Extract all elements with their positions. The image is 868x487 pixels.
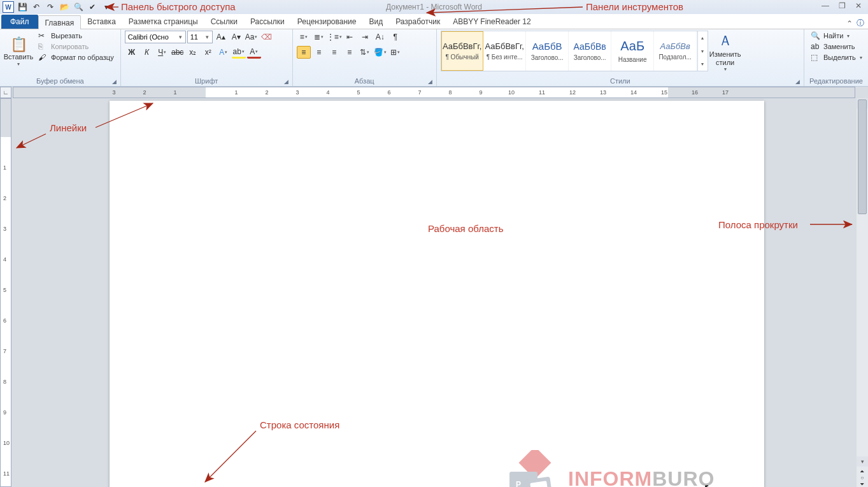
group-font: ▾ ▾ A▴ A▾ Aa▾ ⌫ Ж К Ч▾ abc x₂ x² A▾ ab▾ … [121, 29, 293, 86]
preview-icon[interactable]: 🔍 [73, 1, 84, 13]
paragraph-label: Абзац [355, 77, 374, 85]
tab-review[interactable]: Рецензирование [291, 15, 363, 29]
style-subtitle[interactable]: АаБбВвПодзагол... [655, 31, 697, 71]
strike-icon[interactable]: abc [171, 46, 185, 59]
styles-scroll-up-icon[interactable]: ▴ [698, 31, 708, 45]
document-page[interactable] [110, 101, 764, 487]
window-title: Документ1 - Microsoft Word [386, 3, 482, 11]
indent-increase-icon[interactable]: ⇥ [358, 31, 372, 43]
tab-view[interactable]: Вид [362, 15, 389, 29]
style-no-spacing[interactable]: АаБбВвГг,¶ Без инте... [484, 31, 526, 71]
shading-icon[interactable]: 🪣▾ [373, 46, 387, 59]
multilevel-icon[interactable]: ⋮≡▾ [327, 31, 341, 43]
chevron-down-icon[interactable]: ▾ [176, 34, 185, 40]
align-left-icon[interactable]: ≡ [297, 46, 311, 59]
font-size-combo[interactable]: ▾ [187, 31, 213, 43]
text-effects-icon[interactable]: A▾ [217, 46, 231, 59]
indent-decrease-icon[interactable]: ⇤ [343, 31, 357, 43]
grow-font-icon[interactable]: A▴ [214, 31, 228, 43]
cut-icon: ✂ [38, 31, 48, 40]
change-styles-icon: Ａ [718, 31, 732, 50]
underline-icon[interactable]: Ч▾ [155, 46, 169, 59]
open-icon[interactable]: 📂 [59, 1, 70, 13]
find-button[interactable]: 🔍Найти▾ [808, 31, 865, 41]
group-paragraph: ≡▾ ≣▾ ⋮≡▾ ⇤ ⇥ A↓ ¶ ≡ ≡ ≡ ≡ ⇅▾ 🪣▾ ⊞▾ [293, 29, 437, 86]
align-center-icon[interactable]: ≡ [312, 46, 326, 59]
styles-more-icon[interactable]: ▾ [698, 57, 708, 71]
file-tab[interactable]: Файл [1, 15, 38, 29]
change-case-icon[interactable]: Aa▾ [245, 31, 259, 43]
numbering-icon[interactable]: ≣▾ [312, 31, 326, 43]
tab-selector-icon[interactable]: ∟ [0, 87, 11, 98]
quick-access-toolbar: W 💾 ↶ ↷ 📂 🔍 ✔ ▾ [0, 1, 112, 13]
prev-page-icon[interactable]: ⏶ [857, 468, 868, 474]
save-icon[interactable]: 💾 [17, 1, 28, 13]
tab-home[interactable]: Главная [38, 15, 82, 29]
paste-button[interactable]: 📋 Вставить ▾ [4, 31, 33, 73]
style-heading2[interactable]: АаБбВвЗаголово... [569, 31, 611, 71]
next-page-icon[interactable]: ⏷ [857, 481, 868, 487]
borders-icon[interactable]: ⊞▾ [388, 46, 402, 59]
highlight-icon[interactable]: ab▾ [232, 46, 246, 59]
styles-gallery[interactable]: АаБбВвГг,¶ Обычный АаБбВвГг,¶ Без инте..… [441, 31, 708, 71]
styles-launcher-icon[interactable]: ◢ [795, 78, 800, 85]
cut-button[interactable]: ✂Вырезать [36, 31, 117, 41]
close-icon[interactable]: ✕ [853, 1, 864, 10]
justify-icon[interactable]: ≡ [343, 46, 357, 59]
ribbon-tabs: Файл Главная Вставка Разметка страницы С… [0, 14, 868, 29]
bullets-icon[interactable]: ≡▾ [297, 31, 311, 43]
select-button[interactable]: ⬚Выделить▾ [808, 52, 865, 62]
help-icon[interactable]: ⓘ [857, 18, 864, 29]
minimize-icon[interactable]: ― [820, 1, 831, 10]
vertical-ruler[interactable]: 123456789101112 [0, 98, 11, 487]
styles-label: Стили [610, 77, 630, 85]
tab-mailings[interactable]: Рассылки [244, 15, 291, 29]
tab-developer[interactable]: Разработчик [389, 15, 446, 29]
scroll-thumb[interactable] [858, 99, 867, 214]
tab-abbyy[interactable]: ABBYY FineReader 12 [446, 15, 537, 29]
scroll-down-icon[interactable]: ▾ [857, 456, 868, 467]
paragraph-launcher-icon[interactable]: ◢ [428, 78, 432, 85]
tab-references[interactable]: Ссылки [204, 15, 244, 29]
subscript-icon[interactable]: x₂ [186, 46, 200, 59]
style-title[interactable]: АаБНазвание [612, 31, 654, 71]
tab-insert[interactable]: Вставка [81, 15, 122, 29]
replace-button[interactable]: abЗаменить [808, 41, 865, 52]
word-logo-icon[interactable]: W [3, 1, 14, 13]
font-label: Шрифт [195, 77, 218, 85]
horizontal-ruler[interactable]: 1234567891011121314151617123 [13, 87, 855, 98]
font-color-icon[interactable]: A▾ [247, 46, 261, 59]
align-right-icon[interactable]: ≡ [327, 46, 341, 59]
minimize-ribbon-icon[interactable]: ⌃ [846, 19, 853, 28]
vertical-scrollbar[interactable]: ▴ ▾ ⏶ ○ ⏷ [857, 98, 868, 487]
find-icon: 🔍 [811, 31, 821, 40]
styles-scroll-down-icon[interactable]: ▾ [698, 45, 708, 58]
restore-icon[interactable]: ❐ [836, 1, 848, 10]
shrink-font-icon[interactable]: A▾ [229, 31, 243, 43]
style-normal[interactable]: АаБбВвГг,¶ Обычный [441, 31, 483, 71]
tab-page-layout[interactable]: Разметка страницы [122, 15, 204, 29]
chevron-down-icon[interactable]: ▾ [203, 34, 212, 40]
bold-icon[interactable]: Ж [125, 46, 139, 59]
font-launcher-icon[interactable]: ◢ [284, 78, 288, 85]
format-painter-button[interactable]: 🖌Формат по образцу [36, 52, 117, 62]
font-family-combo[interactable]: ▾ [125, 31, 186, 43]
customize-qat-icon[interactable]: ▾ [101, 1, 112, 13]
italic-icon[interactable]: К [140, 46, 154, 59]
redo-icon[interactable]: ↷ [45, 1, 56, 13]
superscript-icon[interactable]: x² [201, 46, 215, 59]
copy-button[interactable]: ⎘Копировать [36, 41, 117, 52]
sort-icon[interactable]: A↓ [373, 31, 387, 43]
show-marks-icon[interactable]: ¶ [388, 31, 402, 43]
copy-icon: ⎘ [38, 42, 48, 51]
style-heading1[interactable]: АаБбВЗаголово... [527, 31, 569, 71]
title-bar: W 💾 ↶ ↷ 📂 🔍 ✔ ▾ Документ1 - Microsoft Wo… [0, 0, 868, 14]
undo-icon[interactable]: ↶ [31, 1, 42, 13]
clipboard-launcher-icon[interactable]: ◢ [112, 78, 117, 85]
line-spacing-icon[interactable]: ⇅▾ [358, 46, 372, 59]
ribbon: 📋 Вставить ▾ ✂Вырезать ⎘Копировать 🖌Форм… [0, 29, 868, 87]
spellcheck-icon[interactable]: ✔ [87, 1, 98, 13]
browse-object-icon[interactable]: ○ [857, 474, 868, 481]
change-styles-button[interactable]: Ａ Изменить стили ▾ [711, 31, 740, 73]
clear-format-icon[interactable]: ⌫ [260, 31, 274, 43]
